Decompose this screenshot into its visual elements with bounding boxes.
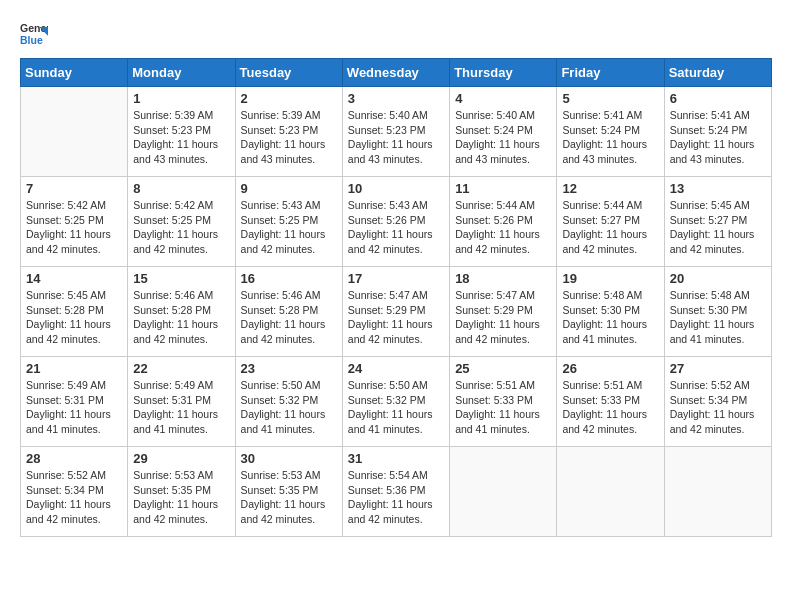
day-number: 12 [562, 181, 658, 196]
day-number: 11 [455, 181, 551, 196]
calendar-cell: 2 Sunrise: 5:39 AMSunset: 5:23 PMDayligh… [235, 87, 342, 177]
day-number: 18 [455, 271, 551, 286]
calendar-cell [557, 447, 664, 537]
cell-info: Sunrise: 5:48 AMSunset: 5:30 PMDaylight:… [670, 288, 766, 347]
weekday-header: Monday [128, 59, 235, 87]
cell-info: Sunrise: 5:40 AMSunset: 5:24 PMDaylight:… [455, 108, 551, 167]
calendar-cell: 16 Sunrise: 5:46 AMSunset: 5:28 PMDaylig… [235, 267, 342, 357]
cell-info: Sunrise: 5:52 AMSunset: 5:34 PMDaylight:… [670, 378, 766, 437]
cell-info: Sunrise: 5:49 AMSunset: 5:31 PMDaylight:… [133, 378, 229, 437]
cell-info: Sunrise: 5:46 AMSunset: 5:28 PMDaylight:… [133, 288, 229, 347]
day-number: 5 [562, 91, 658, 106]
day-number: 6 [670, 91, 766, 106]
calendar-table: SundayMondayTuesdayWednesdayThursdayFrid… [20, 58, 772, 537]
calendar-cell: 29 Sunrise: 5:53 AMSunset: 5:35 PMDaylig… [128, 447, 235, 537]
calendar-cell: 14 Sunrise: 5:45 AMSunset: 5:28 PMDaylig… [21, 267, 128, 357]
day-number: 23 [241, 361, 337, 376]
calendar-cell: 10 Sunrise: 5:43 AMSunset: 5:26 PMDaylig… [342, 177, 449, 267]
cell-info: Sunrise: 5:40 AMSunset: 5:23 PMDaylight:… [348, 108, 444, 167]
cell-info: Sunrise: 5:44 AMSunset: 5:26 PMDaylight:… [455, 198, 551, 257]
cell-info: Sunrise: 5:53 AMSunset: 5:35 PMDaylight:… [241, 468, 337, 527]
day-number: 31 [348, 451, 444, 466]
page-header: General Blue [20, 20, 772, 48]
calendar-cell: 18 Sunrise: 5:47 AMSunset: 5:29 PMDaylig… [450, 267, 557, 357]
calendar-cell: 8 Sunrise: 5:42 AMSunset: 5:25 PMDayligh… [128, 177, 235, 267]
day-number: 22 [133, 361, 229, 376]
calendar-week-row: 21 Sunrise: 5:49 AMSunset: 5:31 PMDaylig… [21, 357, 772, 447]
calendar-cell: 13 Sunrise: 5:45 AMSunset: 5:27 PMDaylig… [664, 177, 771, 267]
cell-info: Sunrise: 5:47 AMSunset: 5:29 PMDaylight:… [348, 288, 444, 347]
day-number: 9 [241, 181, 337, 196]
cell-info: Sunrise: 5:45 AMSunset: 5:27 PMDaylight:… [670, 198, 766, 257]
cell-info: Sunrise: 5:47 AMSunset: 5:29 PMDaylight:… [455, 288, 551, 347]
cell-info: Sunrise: 5:44 AMSunset: 5:27 PMDaylight:… [562, 198, 658, 257]
calendar-cell: 17 Sunrise: 5:47 AMSunset: 5:29 PMDaylig… [342, 267, 449, 357]
day-number: 7 [26, 181, 122, 196]
cell-info: Sunrise: 5:39 AMSunset: 5:23 PMDaylight:… [241, 108, 337, 167]
day-number: 30 [241, 451, 337, 466]
cell-info: Sunrise: 5:50 AMSunset: 5:32 PMDaylight:… [241, 378, 337, 437]
day-number: 14 [26, 271, 122, 286]
day-number: 1 [133, 91, 229, 106]
calendar-cell: 1 Sunrise: 5:39 AMSunset: 5:23 PMDayligh… [128, 87, 235, 177]
calendar-cell: 31 Sunrise: 5:54 AMSunset: 5:36 PMDaylig… [342, 447, 449, 537]
day-number: 3 [348, 91, 444, 106]
calendar-week-row: 28 Sunrise: 5:52 AMSunset: 5:34 PMDaylig… [21, 447, 772, 537]
logo: General Blue [20, 20, 52, 48]
day-number: 26 [562, 361, 658, 376]
cell-info: Sunrise: 5:54 AMSunset: 5:36 PMDaylight:… [348, 468, 444, 527]
calendar-cell: 15 Sunrise: 5:46 AMSunset: 5:28 PMDaylig… [128, 267, 235, 357]
day-number: 13 [670, 181, 766, 196]
calendar-week-row: 7 Sunrise: 5:42 AMSunset: 5:25 PMDayligh… [21, 177, 772, 267]
calendar-cell: 30 Sunrise: 5:53 AMSunset: 5:35 PMDaylig… [235, 447, 342, 537]
calendar-cell: 5 Sunrise: 5:41 AMSunset: 5:24 PMDayligh… [557, 87, 664, 177]
day-number: 2 [241, 91, 337, 106]
calendar-cell [450, 447, 557, 537]
calendar-cell: 6 Sunrise: 5:41 AMSunset: 5:24 PMDayligh… [664, 87, 771, 177]
calendar-cell: 22 Sunrise: 5:49 AMSunset: 5:31 PMDaylig… [128, 357, 235, 447]
cell-info: Sunrise: 5:51 AMSunset: 5:33 PMDaylight:… [455, 378, 551, 437]
calendar-cell: 23 Sunrise: 5:50 AMSunset: 5:32 PMDaylig… [235, 357, 342, 447]
day-number: 24 [348, 361, 444, 376]
cell-info: Sunrise: 5:43 AMSunset: 5:25 PMDaylight:… [241, 198, 337, 257]
cell-info: Sunrise: 5:45 AMSunset: 5:28 PMDaylight:… [26, 288, 122, 347]
weekday-header: Thursday [450, 59, 557, 87]
calendar-week-row: 1 Sunrise: 5:39 AMSunset: 5:23 PMDayligh… [21, 87, 772, 177]
cell-info: Sunrise: 5:39 AMSunset: 5:23 PMDaylight:… [133, 108, 229, 167]
day-number: 20 [670, 271, 766, 286]
calendar-cell: 11 Sunrise: 5:44 AMSunset: 5:26 PMDaylig… [450, 177, 557, 267]
cell-info: Sunrise: 5:42 AMSunset: 5:25 PMDaylight:… [26, 198, 122, 257]
cell-info: Sunrise: 5:41 AMSunset: 5:24 PMDaylight:… [670, 108, 766, 167]
calendar-cell: 26 Sunrise: 5:51 AMSunset: 5:33 PMDaylig… [557, 357, 664, 447]
calendar-cell: 7 Sunrise: 5:42 AMSunset: 5:25 PMDayligh… [21, 177, 128, 267]
weekday-header: Sunday [21, 59, 128, 87]
calendar-cell: 24 Sunrise: 5:50 AMSunset: 5:32 PMDaylig… [342, 357, 449, 447]
calendar-week-row: 14 Sunrise: 5:45 AMSunset: 5:28 PMDaylig… [21, 267, 772, 357]
calendar-cell: 21 Sunrise: 5:49 AMSunset: 5:31 PMDaylig… [21, 357, 128, 447]
day-number: 19 [562, 271, 658, 286]
weekday-header: Wednesday [342, 59, 449, 87]
day-number: 16 [241, 271, 337, 286]
calendar-cell: 4 Sunrise: 5:40 AMSunset: 5:24 PMDayligh… [450, 87, 557, 177]
calendar-cell: 25 Sunrise: 5:51 AMSunset: 5:33 PMDaylig… [450, 357, 557, 447]
cell-info: Sunrise: 5:53 AMSunset: 5:35 PMDaylight:… [133, 468, 229, 527]
day-number: 10 [348, 181, 444, 196]
calendar-cell: 3 Sunrise: 5:40 AMSunset: 5:23 PMDayligh… [342, 87, 449, 177]
logo-icon: General Blue [20, 20, 48, 48]
weekday-header: Friday [557, 59, 664, 87]
weekday-header: Tuesday [235, 59, 342, 87]
calendar-cell [21, 87, 128, 177]
cell-info: Sunrise: 5:46 AMSunset: 5:28 PMDaylight:… [241, 288, 337, 347]
weekday-header: Saturday [664, 59, 771, 87]
cell-info: Sunrise: 5:48 AMSunset: 5:30 PMDaylight:… [562, 288, 658, 347]
svg-text:Blue: Blue [20, 34, 43, 46]
cell-info: Sunrise: 5:43 AMSunset: 5:26 PMDaylight:… [348, 198, 444, 257]
cell-info: Sunrise: 5:52 AMSunset: 5:34 PMDaylight:… [26, 468, 122, 527]
calendar-cell: 28 Sunrise: 5:52 AMSunset: 5:34 PMDaylig… [21, 447, 128, 537]
calendar-cell: 9 Sunrise: 5:43 AMSunset: 5:25 PMDayligh… [235, 177, 342, 267]
calendar-cell: 12 Sunrise: 5:44 AMSunset: 5:27 PMDaylig… [557, 177, 664, 267]
calendar-cell: 19 Sunrise: 5:48 AMSunset: 5:30 PMDaylig… [557, 267, 664, 357]
calendar-cell: 20 Sunrise: 5:48 AMSunset: 5:30 PMDaylig… [664, 267, 771, 357]
day-number: 29 [133, 451, 229, 466]
day-number: 4 [455, 91, 551, 106]
